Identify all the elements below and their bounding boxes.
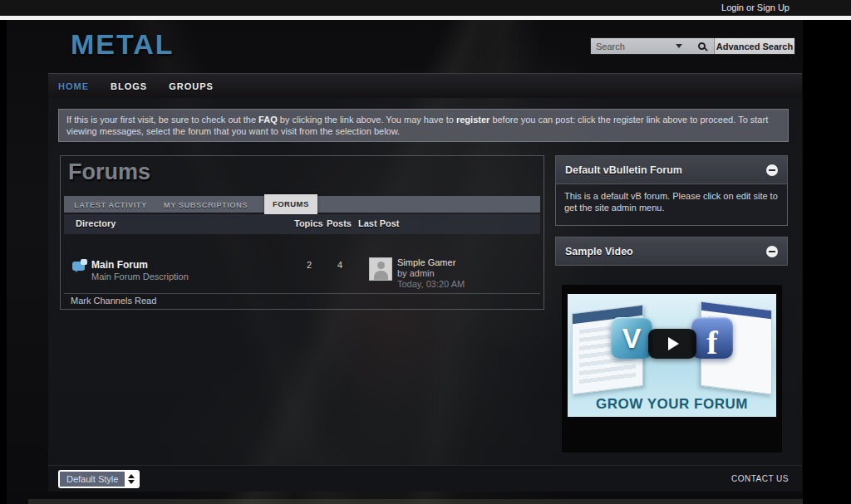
column-posts: Posts — [327, 218, 352, 228]
video-thumbnail: V f GROW YOUR FORUM — [568, 294, 776, 417]
last-post-author: by admin — [397, 268, 435, 278]
nav-item-home[interactable]: HOME — [58, 81, 89, 91]
stepper-arrows-icon — [125, 472, 138, 487]
search-button[interactable] — [689, 38, 714, 54]
column-last-post: Last Post — [358, 218, 400, 228]
table-row: Main Forum Main Forum Description 2 4 Si… — [64, 251, 540, 292]
tab-latest-activity[interactable]: LATEST ACTIVITY — [74, 200, 147, 209]
forums-panel: Forums LATEST ACTIVITY MY SUBSCRIPTIONS … — [60, 155, 544, 310]
search-bar: Advanced Search — [590, 37, 795, 55]
topics-count: 2 — [294, 260, 324, 270]
avatar[interactable] — [369, 257, 392, 281]
forum-description: Main Forum Description — [91, 272, 189, 281]
search-input[interactable] — [591, 42, 674, 51]
contact-us-link[interactable]: CONTACT US — [731, 466, 789, 492]
header-divider-strip — [0, 16, 851, 20]
video-player[interactable]: V f GROW YOUR FORUM — [562, 285, 782, 453]
speech-bubble-icon — [72, 262, 85, 271]
nav-item-blogs[interactable]: BLOGS — [111, 81, 147, 91]
tab-my-subscriptions[interactable]: MY SUBSCRIPTIONS — [164, 200, 248, 209]
forum-tab-strip: LATEST ACTIVITY MY SUBSCRIPTIONS FORUMS — [64, 196, 540, 213]
style-selector[interactable]: Default Style — [58, 470, 140, 488]
style-selector-value: Default Style — [60, 472, 125, 487]
panel-title: Sample Video — [565, 246, 633, 257]
site-logo[interactable]: METAL — [71, 28, 175, 61]
play-icon — [668, 337, 679, 350]
search-field[interactable] — [591, 38, 689, 54]
main-nav: HOME BLOGS GROUPS — [48, 73, 802, 98]
forum-table-header: Directory Topics Posts Last Post — [64, 214, 540, 234]
footer: Default Style CONTACT US — [48, 465, 802, 492]
search-icon — [698, 42, 706, 50]
chevron-down-icon[interactable] — [676, 44, 682, 48]
sidebar-panel-body: This is a default vB forum. Please click… — [555, 184, 788, 226]
row-separator — [64, 293, 540, 294]
first-visit-notice: If this is your first visit, be sure to … — [58, 109, 789, 142]
register-link[interactable]: register — [456, 115, 489, 125]
posts-count: 4 — [325, 260, 355, 270]
main-container: METAL Advanced Search HOME BLOGS GROUPS … — [48, 20, 802, 492]
forum-name-link[interactable]: Main Forum — [91, 259, 148, 271]
faq-link[interactable]: FAQ — [258, 115, 278, 125]
vbulletin-icon: V — [611, 317, 652, 359]
collapse-icon[interactable] — [766, 164, 778, 176]
play-button[interactable] — [648, 329, 696, 359]
login-signup-link[interactable]: Login or Sign Up — [721, 2, 790, 12]
sidebar-panel-header-default-forum: Default vBulletin Forum — [555, 155, 788, 184]
page-title: Forums — [68, 159, 150, 185]
panel-title: Default vBulletin Forum — [565, 164, 682, 176]
column-directory: Directory — [76, 218, 116, 228]
advanced-search-button[interactable]: Advanced Search — [715, 38, 794, 54]
collapse-icon[interactable] — [766, 246, 778, 257]
notice-text: If this is your first visit, be sure to … — [66, 115, 258, 125]
sidebar-panel-header-sample-video: Sample Video — [555, 237, 788, 266]
last-post-time: Today, 03:20 AM — [397, 279, 465, 289]
top-bar: Login or Sign Up — [0, 0, 851, 16]
last-post-title-link[interactable]: Simple Gamer — [397, 257, 455, 267]
facebook-icon: f — [691, 317, 733, 359]
tab-forums[interactable]: FORUMS — [264, 194, 317, 214]
mark-channels-read-link[interactable]: Mark Channels Read — [71, 296, 156, 306]
page: Login or Sign Up METAL Advanced Search H… — [0, 0, 851, 504]
video-caption: GROW YOUR FORUM — [568, 396, 776, 413]
notice-text: by clicking the link above. You may have… — [278, 115, 456, 125]
nav-item-groups[interactable]: GROUPS — [169, 81, 214, 91]
column-topics: Topics — [294, 218, 323, 228]
